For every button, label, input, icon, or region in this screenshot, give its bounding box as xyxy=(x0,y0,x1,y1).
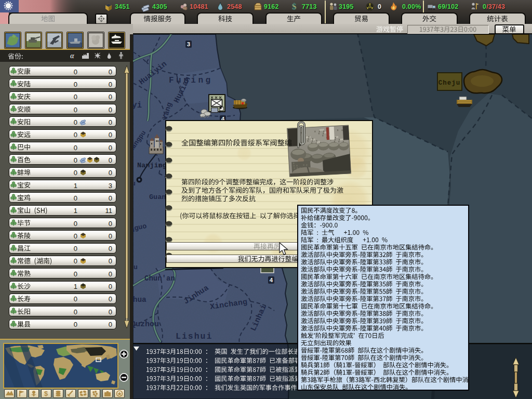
svg-text:$: $ xyxy=(44,390,48,397)
svg-text:u: u xyxy=(134,263,138,271)
svg-text:Lishui: Lishui xyxy=(176,331,212,341)
svg-text:yi: yi xyxy=(132,101,142,110)
svg-text:Chun'an: Chun'an xyxy=(144,274,175,283)
svg-text:4: 4 xyxy=(270,277,273,283)
svg-text:α: α xyxy=(70,52,74,60)
svg-text:Cheju: Cheju xyxy=(438,79,461,87)
svg-text:Guan: Guan xyxy=(149,193,166,201)
svg-text:$: $ xyxy=(292,2,297,11)
svg-text:Nanjing: Nanjing xyxy=(137,162,167,169)
svg-text:Quzhou: Quzhou xyxy=(131,320,159,329)
svg-text:3: 3 xyxy=(187,41,190,47)
